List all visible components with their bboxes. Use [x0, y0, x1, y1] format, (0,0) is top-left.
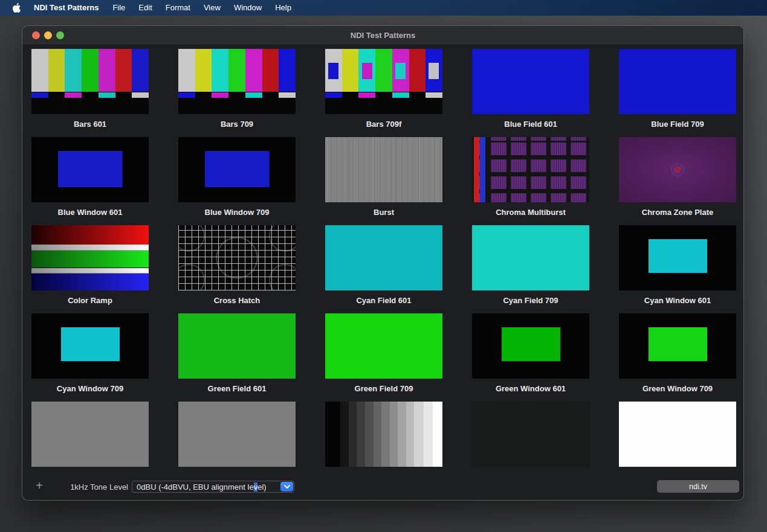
add-pattern-button[interactable]: +: [33, 479, 45, 492]
tone-level-combobox[interactable]: 0dBU (-4dBVU, EBU alignment level): [132, 481, 294, 493]
pattern-tile[interactable]: Bars 601: [31, 49, 149, 137]
pattern-tile[interactable]: Chroma Zone Plate: [619, 137, 736, 225]
pattern-label: Green Field 601: [178, 384, 296, 394]
menu-item-window[interactable]: Window: [227, 0, 268, 16]
pattern-tile[interactable]: [619, 402, 736, 490]
pattern-label: Bars 601: [31, 120, 149, 129]
pattern-label: Chroma Zone Plate: [619, 208, 736, 217]
pattern-tile[interactable]: [472, 402, 589, 490]
pattern-tile[interactable]: Cyan Field 709: [472, 225, 589, 313]
pattern-thumbnail-green-field-601[interactable]: [178, 313, 296, 379]
pattern-thumbnail-grayscale-steps[interactable]: [325, 402, 442, 467]
pattern-thumbnail-blue-window-709[interactable]: [178, 137, 296, 202]
tone-level-label: 1kHz Tone Level: [59, 482, 128, 492]
pattern-tile[interactable]: Green Field 709: [325, 313, 442, 402]
pattern-label: Green Field 709: [325, 384, 442, 394]
pattern-thumbnail-white-field[interactable]: [619, 402, 736, 467]
pattern-tile[interactable]: Bars 709f: [325, 49, 442, 137]
combo-dropdown-button[interactable]: [280, 482, 293, 492]
pattern-tile[interactable]: Cyan Window 709: [31, 313, 149, 402]
pattern-thumbnail-color-ramp[interactable]: [31, 225, 149, 290]
pattern-tile[interactable]: Blue Window 709: [178, 137, 296, 225]
pattern-tile[interactable]: [31, 402, 149, 490]
pattern-tile[interactable]: [178, 402, 296, 490]
ndi-tv-link-button[interactable]: ndi.tv: [657, 480, 739, 493]
pattern-tile[interactable]: Burst: [325, 137, 442, 225]
pattern-tile[interactable]: Cyan Field 601: [325, 225, 442, 313]
pattern-thumbnail-blue-field-601[interactable]: [472, 49, 589, 114]
pattern-thumbnail-blue-window-601[interactable]: [31, 137, 149, 202]
window-title: NDI Test Patterns: [22, 26, 743, 45]
pattern-thumbnail-burst[interactable]: [325, 137, 442, 202]
menu-item-edit[interactable]: Edit: [132, 0, 158, 16]
pattern-thumbnail-bars-709[interactable]: [178, 49, 296, 114]
app-window: NDI Test Patterns Bars 601Bars 709Bars 7…: [22, 25, 744, 501]
apple-logo-icon: [13, 3, 21, 13]
pattern-tile[interactable]: Green Window 601: [472, 313, 589, 402]
pattern-thumbnail-near-black[interactable]: [472, 402, 589, 467]
pattern-tile[interactable]: Blue Field 709: [619, 49, 736, 137]
pattern-thumbnail-cyan-window-601[interactable]: [619, 225, 736, 290]
pattern-tile[interactable]: Color Ramp: [31, 225, 149, 313]
footer-bar: + 1kHz Tone Level 0dBU (-4dBVU, EBU alig…: [22, 480, 743, 495]
menu-item-file[interactable]: File: [106, 0, 132, 16]
pattern-thumbnail-cyan-field-709[interactable]: [472, 225, 589, 290]
pattern-label: Cyan Field 709: [472, 296, 589, 306]
pattern-label: Color Ramp: [31, 296, 149, 306]
pattern-tile[interactable]: Blue Field 601: [472, 49, 589, 137]
pattern-thumbnail-blue-field-709[interactable]: [619, 49, 736, 114]
menu-item-format[interactable]: Format: [159, 0, 197, 16]
ndi-tv-label: ndi.tv: [689, 482, 707, 491]
pattern-tile[interactable]: Cyan Window 601: [619, 225, 736, 313]
pattern-label: Cyan Window 601: [619, 296, 736, 306]
pattern-thumbnail-gray-field[interactable]: [31, 402, 149, 467]
pattern-label: Blue Field 709: [619, 120, 736, 129]
chevron-down-icon: [284, 485, 290, 489]
pattern-tile[interactable]: Bars 709: [178, 49, 296, 137]
window-content: Bars 601Bars 709Bars 709fBlue Field 601B…: [22, 45, 743, 501]
pattern-thumbnail-cyan-field-601[interactable]: [325, 225, 442, 290]
pattern-thumbnail-green-window-709[interactable]: [619, 313, 736, 379]
pattern-label: Cyan Window 709: [31, 384, 149, 394]
pattern-thumbnail-gray-field[interactable]: [178, 402, 296, 467]
pattern-label: Blue Window 601: [31, 208, 149, 217]
menu-bar: NDI Test PatternsFileEditFormatViewWindo…: [0, 0, 767, 16]
pattern-thumbnail-bars-601[interactable]: [31, 49, 149, 114]
pattern-tile[interactable]: [325, 402, 442, 490]
apple-menu[interactable]: [0, 3, 27, 13]
pattern-label: Green Window 601: [472, 384, 589, 394]
combo-value-suffix: el): [257, 482, 266, 492]
pattern-label: Green Window 709: [619, 384, 736, 394]
menu-bar-items: NDI Test PatternsFileEditFormatViewWindo…: [27, 0, 298, 16]
pattern-thumbnail-cross-hatch[interactable]: [178, 225, 296, 290]
pattern-thumbnail-bars-709f[interactable]: [325, 49, 442, 114]
pattern-thumbnail-green-field-709[interactable]: [325, 313, 442, 379]
menu-item-ndi-test-patterns[interactable]: NDI Test Patterns: [27, 0, 106, 16]
pattern-tile[interactable]: Cross Hatch: [178, 225, 296, 313]
pattern-thumbnail-cyan-window-709[interactable]: [31, 313, 149, 379]
pattern-tile[interactable]: Green Window 709: [619, 313, 736, 402]
pattern-tile[interactable]: Chroma Multiburst: [472, 137, 589, 225]
pattern-label: Chroma Multiburst: [472, 208, 589, 217]
pattern-label: Bars 709f: [325, 120, 442, 129]
plus-icon: +: [36, 479, 43, 492]
pattern-tile[interactable]: Blue Window 601: [31, 137, 149, 225]
pattern-tile[interactable]: Green Field 601: [178, 313, 296, 402]
pattern-thumbnail-green-window-601[interactable]: [472, 313, 589, 379]
pattern-label: Cyan Field 601: [325, 296, 442, 306]
pattern-label: Bars 709: [178, 120, 296, 129]
pattern-thumbnail-chroma-multiburst[interactable]: [472, 137, 589, 202]
pattern-label: Blue Window 709: [178, 208, 296, 217]
pattern-thumbnail-chroma-zone-plate[interactable]: [619, 137, 736, 202]
pattern-label: Cross Hatch: [178, 296, 296, 306]
combo-value-prefix: 0dBU (-4dBVU, EBU alignment le: [137, 482, 254, 492]
menu-item-view[interactable]: View: [197, 0, 227, 16]
pattern-label: Burst: [325, 208, 442, 217]
window-title-bar[interactable]: NDI Test Patterns: [22, 26, 743, 45]
pattern-grid: Bars 601Bars 709Bars 709fBlue Field 601B…: [31, 49, 736, 490]
menu-item-help[interactable]: Help: [268, 0, 298, 16]
pattern-label: Blue Field 601: [472, 120, 589, 129]
